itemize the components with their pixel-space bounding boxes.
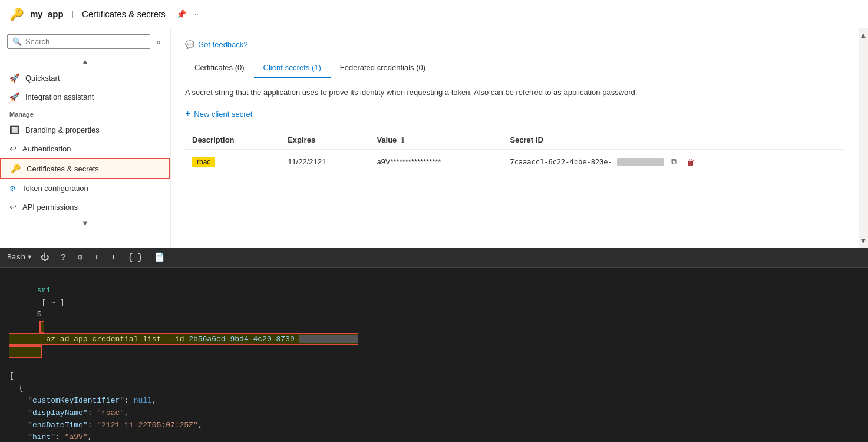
rbac-badge: rbac <box>192 157 215 167</box>
terminal-toolbar: Bash ▼ ⏻ ? ⚙ ⬆ ⬇ { } 📄 <box>0 248 868 268</box>
sidebar-item-label: Certificates & secrets <box>27 164 99 173</box>
scroll-down-arrow[interactable]: ▼ <box>860 236 867 245</box>
cell-description: rbac <box>185 150 280 174</box>
content-body: A secret string that the application use… <box>171 78 859 248</box>
sidebar-item-token-config[interactable]: ⚙ Token configuration <box>0 179 170 197</box>
json-bracket-open: [ <box>9 370 859 382</box>
add-secret-label: New client secret <box>194 110 252 118</box>
terminal-prompt-bracket: [ ~ ] <box>37 298 65 307</box>
col-header-value: Value ℹ <box>369 131 503 150</box>
tabs-container: Certificates (0) Client secrets (1) Fede… <box>185 58 844 78</box>
shell-selector[interactable]: Bash ▼ <box>7 253 31 262</box>
token-icon: ⚙ <box>9 184 16 193</box>
top-header: 🔑 my_app | Certificates & secrets 📌 ··· <box>0 0 868 28</box>
copy-secret-button[interactable]: ⧉ <box>669 156 679 168</box>
col-header-expires: Expires <box>280 131 369 150</box>
main-area: 🔍 « ▲ 🚀 Quickstart 🚀 Integration assista… <box>0 28 868 248</box>
terminal-panel: Bash ▼ ⏻ ? ⚙ ⬆ ⬇ { } 📄 sri [ ~ ] $ az ad… <box>0 248 868 442</box>
download-icon[interactable]: ⬇ <box>109 251 118 263</box>
col-header-description: Description <box>185 131 280 150</box>
cmd-text: az ad app credential list --id <box>46 335 189 344</box>
scroll-up-btn[interactable]: ▲ <box>0 55 170 68</box>
tab-federated[interactable]: Federated credentials (0) <box>331 58 435 78</box>
cell-secret-id: 7caaacc1-6c22-4bbe-820e- ⧉ 🗑 <box>503 150 844 174</box>
cell-expires: 11/22/2121 <box>280 150 369 174</box>
manage-section-label: Manage <box>0 106 170 120</box>
terminal-prompt-dollar: $ <box>37 310 42 319</box>
secret-id-text: 7caaacc1-6c22-4bbe-820e- <box>510 158 612 166</box>
shell-dropdown-icon[interactable]: ▼ <box>28 254 31 260</box>
json-line-3: "hint": "a9V", <box>9 431 859 442</box>
sidebar-item-label: API permissions <box>22 203 78 212</box>
settings-icon[interactable]: ⚙ <box>75 251 85 263</box>
sidebar: 🔍 « ▲ 🚀 Quickstart 🚀 Integration assista… <box>0 28 171 248</box>
content-panel: 💬 Got feedback? Certificates (0) Client … <box>171 28 859 248</box>
sidebar-item-authentication[interactable]: ↩ Authentication <box>0 139 170 158</box>
quickstart-icon: 🚀 <box>9 73 19 83</box>
search-input[interactable] <box>25 37 145 46</box>
tab-client-secrets[interactable]: Client secrets (1) <box>254 58 331 78</box>
scroll-down-btn[interactable]: ▼ <box>0 216 170 230</box>
collapse-button[interactable]: « <box>154 35 163 49</box>
authentication-icon: ↩ <box>9 144 16 153</box>
upload-icon[interactable]: ⬆ <box>92 251 101 263</box>
search-icon: 🔍 <box>12 37 22 46</box>
page-title: Certificates & secrets <box>82 9 166 19</box>
cmd-id: 2b56a6cd-9bd4-4c20-8739- <box>189 335 299 344</box>
content-top: 💬 Got feedback? Certificates (0) Client … <box>171 28 859 78</box>
feedback-bar: 💬 Got feedback? <box>185 35 844 54</box>
sidebar-item-label: Token configuration <box>22 184 88 193</box>
help-icon[interactable]: ? <box>58 252 68 263</box>
sidebar-item-label: Authentication <box>22 144 71 153</box>
value-info-icon[interactable]: ℹ <box>401 136 404 144</box>
cmd-id-blurred <box>299 335 358 343</box>
plus-icon: + <box>185 108 190 119</box>
api-permissions-icon: ↩ <box>9 202 16 212</box>
shell-label: Bash <box>7 253 25 262</box>
sidebar-item-label: Branding & properties <box>25 126 100 134</box>
right-scrollbar[interactable]: ▲ ▼ <box>859 28 868 248</box>
add-secret-button[interactable]: + New client secret <box>185 106 252 121</box>
sidebar-item-certificates[interactable]: 🔑 Certificates & secrets <box>0 158 170 179</box>
feedback-icon: 💬 <box>185 40 194 49</box>
code-icon[interactable]: { } <box>126 252 145 263</box>
delete-secret-button[interactable]: 🗑 <box>684 156 697 168</box>
file-icon[interactable]: 📄 <box>152 251 167 263</box>
json-obj-open: { <box>9 382 859 395</box>
sidebar-item-integration[interactable]: 🚀 Integration assistant <box>0 87 170 106</box>
terminal-command[interactable]: az ad app credential list --id 2b56a6cd-… <box>9 321 358 358</box>
terminal-content: sri [ ~ ] $ az ad app credential list --… <box>0 268 868 442</box>
sidebar-item-quickstart[interactable]: 🚀 Quickstart <box>0 68 170 87</box>
description-text: A secret string that the application use… <box>185 88 715 97</box>
secrets-table: Description Expires Value ℹ Secret ID <box>185 131 844 174</box>
table-row: rbac 11/22/2121 a9V***************** 7ca… <box>185 150 844 174</box>
header-separator: | <box>72 9 74 18</box>
terminal-prompt-user: sri <box>37 286 51 295</box>
power-icon[interactable]: ⏻ <box>38 252 51 263</box>
tab-certificates[interactable]: Certificates (0) <box>185 58 254 78</box>
sidebar-search-box: 🔍 <box>7 34 150 49</box>
sidebar-item-api-permissions[interactable]: ↩ API permissions <box>0 197 170 216</box>
pin-icon[interactable]: 📌 <box>176 9 186 19</box>
json-line-1: "displayName": "rbac", <box>9 407 859 420</box>
branding-icon: 🔲 <box>9 125 19 134</box>
sidebar-item-label: Quickstart <box>25 74 60 83</box>
json-line-0: "customKeyIdentifier": null, <box>9 395 859 407</box>
key-icon: 🔑 <box>9 7 24 21</box>
terminal-command-line: sri [ ~ ] $ az ad app credential list --… <box>9 272 859 370</box>
sidebar-item-label: Integration assistant <box>25 93 94 101</box>
app-name: my_app <box>30 9 64 19</box>
sidebar-item-branding[interactable]: 🔲 Branding & properties <box>0 120 170 139</box>
table-header-row: Description Expires Value ℹ Secret ID <box>185 131 844 150</box>
feedback-link[interactable]: Got feedback? <box>198 40 248 49</box>
col-header-secret-id: Secret ID <box>503 131 844 150</box>
secret-id-blurred <box>617 158 664 166</box>
more-icon[interactable]: ··· <box>192 9 199 19</box>
scroll-up-arrow[interactable]: ▲ <box>860 31 867 39</box>
integration-icon: 🚀 <box>9 92 19 101</box>
json-line-2: "endDateTime": "2121-11-22T05:07:25Z", <box>9 420 859 432</box>
cell-value: a9V***************** <box>369 150 503 174</box>
certificates-icon: 🔑 <box>11 164 21 173</box>
secrets-table-container: ➜ Description Expires Value ℹ Secret ID <box>185 131 844 174</box>
sidebar-search-container: 🔍 « <box>0 28 170 55</box>
